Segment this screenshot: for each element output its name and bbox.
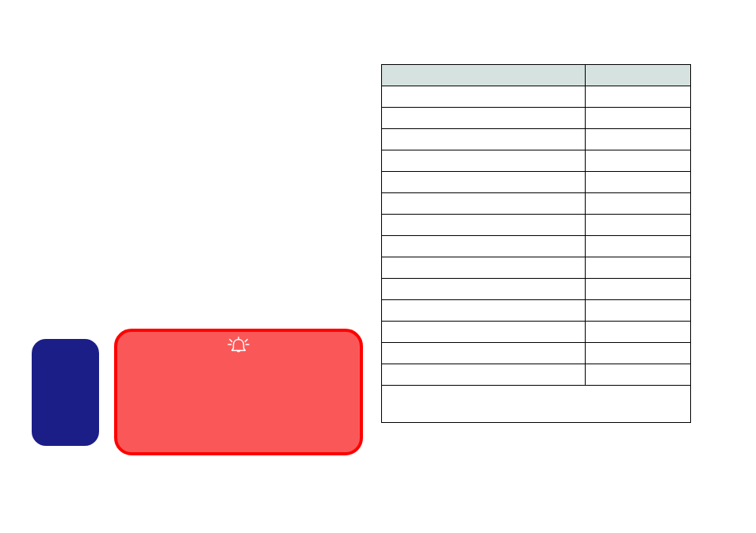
table-cell	[585, 300, 690, 322]
table-row	[382, 172, 691, 193]
table-row	[382, 300, 691, 322]
bell-alert-icon	[227, 335, 250, 356]
table-cell	[382, 172, 586, 193]
table-cell	[585, 108, 690, 129]
table-cell	[585, 150, 690, 172]
table-cell	[382, 129, 586, 150]
table-cell	[585, 193, 690, 215]
table-cell	[585, 86, 690, 108]
table-row	[382, 129, 691, 150]
table-row	[382, 236, 691, 257]
canvas	[0, 0, 756, 533]
table-row	[382, 257, 691, 279]
table-row	[382, 322, 691, 343]
svg-line-1	[230, 340, 232, 342]
blue-panel	[32, 339, 99, 446]
alert-panel	[114, 329, 363, 455]
table-header-cell	[382, 65, 586, 86]
table-cell	[382, 150, 586, 172]
data-table	[381, 64, 691, 423]
table-cell	[382, 86, 586, 108]
table-cell	[382, 108, 586, 129]
table-cell	[382, 257, 586, 279]
table-row	[382, 86, 691, 108]
table-cell	[382, 279, 586, 300]
table-cell	[585, 215, 690, 236]
table-cell	[382, 343, 586, 364]
table-cell	[585, 257, 690, 279]
table-cell	[382, 236, 586, 257]
table-cell	[382, 364, 586, 386]
table-row	[382, 279, 691, 300]
table-header-row	[382, 65, 691, 86]
table-row	[382, 150, 691, 172]
table-cell	[585, 322, 690, 343]
table-row	[382, 215, 691, 236]
table-row	[382, 193, 691, 215]
table-footer-row	[382, 386, 691, 423]
table-row	[382, 343, 691, 364]
table-cell	[585, 236, 690, 257]
table-cell	[382, 300, 586, 322]
table-row	[382, 364, 691, 386]
table-cell	[382, 322, 586, 343]
table-cell	[585, 172, 690, 193]
table-row	[382, 108, 691, 129]
table-cell	[382, 193, 586, 215]
table-cell	[585, 279, 690, 300]
table-body	[382, 86, 691, 423]
table-cell	[585, 343, 690, 364]
table-cell	[585, 364, 690, 386]
table-cell	[382, 215, 586, 236]
table-header-cell	[585, 65, 690, 86]
table-cell	[585, 129, 690, 150]
svg-line-3	[245, 340, 247, 342]
table-footer-cell	[382, 386, 691, 423]
